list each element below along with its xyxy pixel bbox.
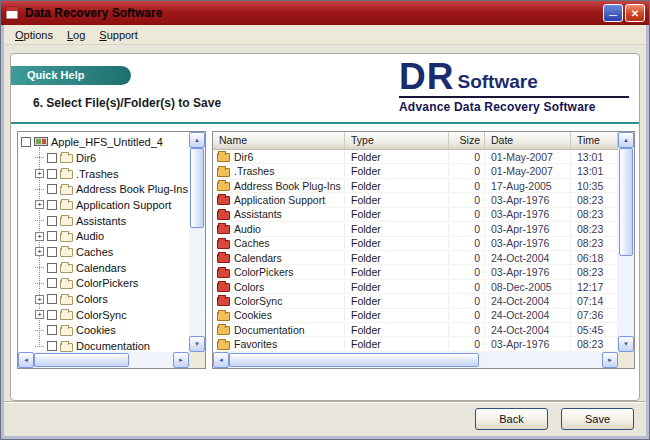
- table-row[interactable]: CachesFolder003-Apr-197608:23: [213, 237, 618, 251]
- checkbox[interactable]: [47, 325, 57, 335]
- tree-horizontal-scrollbar[interactable]: ◄ ►: [18, 352, 189, 368]
- table-row[interactable]: AudioFolder003-Apr-197608:23: [213, 222, 618, 236]
- column-header-type[interactable]: Type: [345, 132, 449, 149]
- table-row[interactable]: DocumentationFolder024-Oct-200405:45: [213, 323, 618, 337]
- scroll-down-icon[interactable]: ▼: [618, 336, 634, 352]
- scrollbar-corner: [189, 352, 205, 368]
- tree-item[interactable]: +Audio: [35, 228, 189, 244]
- checkbox[interactable]: [47, 263, 57, 273]
- file-date: 01-May-2007: [485, 165, 571, 177]
- menu-item-support[interactable]: Support: [92, 27, 145, 43]
- folder-icon: [60, 296, 73, 305]
- expand-plus-icon[interactable]: +: [35, 169, 44, 178]
- folder-tree: Apple_HFS_Untitled_4 Dir6+.TrashesAddres…: [18, 132, 189, 352]
- close-button[interactable]: ✕: [625, 4, 645, 22]
- scroll-right-icon[interactable]: ►: [602, 352, 618, 368]
- table-row[interactable]: ColorsFolder008-Dec-200512:17: [213, 280, 618, 294]
- checkbox[interactable]: [47, 310, 57, 320]
- expand-plus-icon[interactable]: +: [35, 247, 44, 256]
- table-row[interactable]: FavoritesFolder003-Apr-197608:23: [213, 337, 618, 351]
- table-row[interactable]: Application SupportFolder003-Apr-197608:…: [213, 193, 618, 207]
- checkbox[interactable]: [47, 294, 57, 304]
- tree-item[interactable]: +Colors: [35, 291, 189, 307]
- scrollbar-thumb[interactable]: [34, 353, 129, 367]
- checkbox[interactable]: [21, 137, 31, 147]
- expand-plus-icon[interactable]: +: [35, 295, 44, 304]
- back-button[interactable]: Back: [475, 408, 548, 430]
- list-horizontal-scrollbar[interactable]: ◄ ►: [213, 352, 618, 368]
- file-date: 24-Oct-2004: [485, 252, 571, 264]
- file-date: 01-May-2007: [485, 151, 571, 163]
- folder-icon: [60, 170, 73, 179]
- file-size: 0: [449, 237, 485, 249]
- file-size: 0: [449, 266, 485, 278]
- scroll-left-icon[interactable]: ◄: [18, 352, 34, 368]
- file-size: 0: [449, 252, 485, 264]
- checkbox[interactable]: [47, 341, 57, 351]
- file-size: 0: [449, 208, 485, 220]
- checkbox[interactable]: [47, 247, 57, 257]
- scrollbar-thumb[interactable]: [190, 148, 204, 228]
- folder-icon: [217, 341, 230, 350]
- table-row[interactable]: ColorPickersFolder003-Apr-197608:23: [213, 265, 618, 279]
- tree-item[interactable]: +ColorSync: [35, 307, 189, 323]
- file-name: ColorSync: [234, 295, 282, 307]
- table-row[interactable]: ColorSyncFolder024-Oct-200407:14: [213, 294, 618, 308]
- table-row[interactable]: Address Book Plug-InsFolder017-Aug-20051…: [213, 179, 618, 193]
- file-time: 08:23: [571, 208, 618, 220]
- tree-item[interactable]: +Caches: [35, 244, 189, 260]
- column-header-size[interactable]: Size: [449, 132, 485, 149]
- expand-plus-icon[interactable]: +: [35, 200, 44, 209]
- table-row[interactable]: AssistantsFolder003-Apr-197608:23: [213, 208, 618, 222]
- scroll-up-icon[interactable]: ▲: [189, 132, 205, 148]
- table-row[interactable]: CookiesFolder024-Oct-200407:36: [213, 309, 618, 323]
- scroll-up-icon[interactable]: ▲: [618, 132, 634, 148]
- column-header-date[interactable]: Date: [485, 132, 571, 149]
- table-row[interactable]: Dir6Folder001-May-200713:01: [213, 150, 618, 164]
- menu-item-options[interactable]: Options: [8, 27, 60, 43]
- file-name-cell: ColorPickers: [213, 266, 345, 278]
- tree-vertical-scrollbar[interactable]: ▲ ▼: [189, 132, 205, 352]
- minimize-button[interactable]: —: [603, 4, 623, 22]
- file-type: Folder: [345, 295, 449, 307]
- tree-item[interactable]: +.Trashes: [35, 166, 189, 182]
- scrollbar-thumb[interactable]: [619, 148, 633, 256]
- file-name: .Trashes: [234, 165, 274, 177]
- tree-item[interactable]: Documentation: [35, 338, 189, 352]
- scroll-down-icon[interactable]: ▼: [189, 336, 205, 352]
- checkbox[interactable]: [47, 278, 57, 288]
- save-button[interactable]: Save: [561, 408, 634, 430]
- checkbox[interactable]: [47, 216, 57, 226]
- checkbox[interactable]: [47, 184, 57, 194]
- tree-item[interactable]: ColorPickers: [35, 276, 189, 292]
- expand-plus-icon[interactable]: +: [35, 310, 44, 319]
- column-header-name[interactable]: Name: [213, 132, 345, 149]
- menu-item-log[interactable]: Log: [60, 27, 92, 43]
- folder-icon: [60, 311, 73, 320]
- file-size: 0: [449, 295, 485, 307]
- tree-item[interactable]: +Application Support: [35, 197, 189, 213]
- logo-software-text: Software: [457, 71, 537, 95]
- file-type: Folder: [345, 338, 449, 350]
- column-header-time[interactable]: Time: [571, 132, 618, 149]
- logo-tagline: Advance Data Recovery Software: [399, 100, 629, 114]
- table-row[interactable]: .TrashesFolder001-May-200713:01: [213, 164, 618, 178]
- file-name: Dir6: [234, 151, 253, 163]
- list-vertical-scrollbar[interactable]: ▲ ▼: [618, 132, 634, 352]
- scroll-right-icon[interactable]: ►: [173, 352, 189, 368]
- expand-plus-icon[interactable]: +: [35, 232, 44, 241]
- tree-item[interactable]: Dir6: [35, 150, 189, 166]
- tree-item[interactable]: Address Book Plug-Ins: [35, 181, 189, 197]
- file-time: 08:23: [571, 338, 618, 350]
- tree-root-item[interactable]: Apple_HFS_Untitled_4: [21, 134, 189, 150]
- tree-item[interactable]: Cookies: [35, 323, 189, 339]
- checkbox[interactable]: [47, 153, 57, 163]
- tree-item[interactable]: Calendars: [35, 260, 189, 276]
- table-row[interactable]: CalendarsFolder024-Oct-200406:18: [213, 251, 618, 265]
- checkbox[interactable]: [47, 231, 57, 241]
- scrollbar-thumb[interactable]: [229, 353, 479, 367]
- checkbox[interactable]: [47, 200, 57, 210]
- tree-item[interactable]: Assistants: [35, 213, 189, 229]
- checkbox[interactable]: [47, 169, 57, 179]
- scroll-left-icon[interactable]: ◄: [213, 352, 229, 368]
